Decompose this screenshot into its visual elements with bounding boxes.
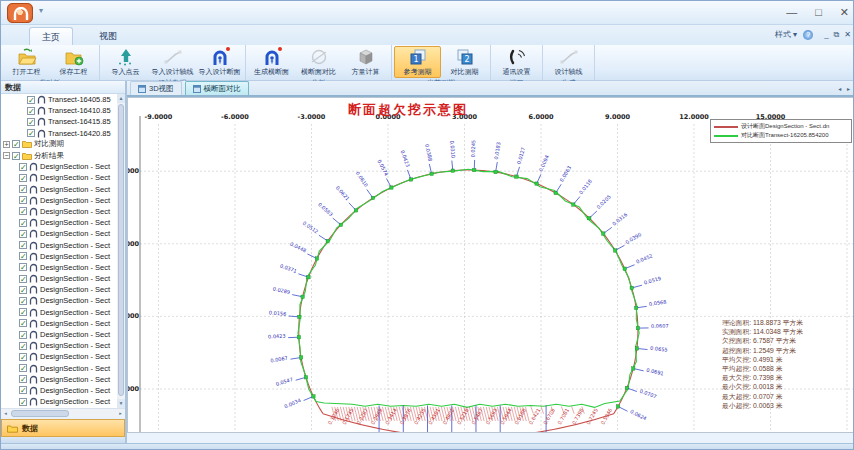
ribbon-button-导入设计断面[interactable]: 导入设计断面 [196,46,243,78]
tree-checkbox[interactable]: ✓ [19,163,27,171]
tree-checkbox[interactable]: ✓ [19,297,27,305]
tree-item-DesignSection - Sect[interactable]: ✓DesignSection - Sect [1,228,125,239]
ribbon-button-方量计算[interactable]: 方量计算 [342,46,389,78]
layer-2-icon: 2 [455,48,475,66]
svg-text:0.0423: 0.0423 [400,149,412,167]
tree-checkbox[interactable]: ✓ [19,375,27,383]
tree-checkbox[interactable]: ✓ [12,152,20,160]
quick-access-arrow-icon[interactable]: ▾ [39,6,43,15]
tree-item-分析结果[interactable]: −✓分析结果 [1,150,125,161]
tree-checkbox[interactable]: ✓ [19,207,27,215]
app-logo-icon[interactable] [7,3,33,23]
tree-checkbox[interactable]: ✓ [19,185,27,193]
tree-horizontal-scrollbar[interactable]: ◂ ▸ [1,408,125,417]
scroll-down-icon[interactable]: ▼ [117,399,125,408]
ribbon-restore-icon[interactable]: ⧉ [834,30,840,39]
tree-checkbox[interactable]: ✓ [19,219,27,227]
tree-item-DesignSection - Sect[interactable]: ✓DesignSection - Sect [1,396,125,407]
tree-vertical-scrollbar[interactable]: ▲ ▼ [117,94,125,408]
tree-item-DesignSection - Sect[interactable]: ✓DesignSection - Sect [1,307,125,318]
ribbon-button-保存工程[interactable]: 保存工程 [50,46,97,78]
tree-item-Transect-16420.85[interactable]: ✓Transect-16420.85 [1,128,125,139]
tree-checkbox[interactable]: ✓ [19,174,27,182]
ribbon-button-打开工程[interactable]: 打开工程 [3,46,50,78]
tree-item-DesignSection - Sect[interactable]: ✓DesignSection - Sect [1,318,125,329]
tree-checkbox[interactable]: ✓ [19,353,27,361]
cross-section-chart[interactable]: -9.0000-6.0000-3.00000.00003.00006.00009… [127,97,854,433]
close-button[interactable]: ✕ [840,3,849,21]
tree-item-DesignSection - Sect[interactable]: ✓DesignSection - Sect [1,351,125,362]
help-icon[interactable]: ? [803,30,813,40]
tab-home[interactable]: 主页 [29,27,73,45]
ribbon-button-生成横断面[interactable]: 生成横断面 [248,46,295,78]
tree-item-DesignSection - Sect[interactable]: ✓DesignSection - Sect [1,161,125,172]
tree-item-Transect-16415.85[interactable]: ✓Transect-16415.85 [1,116,125,127]
tree-item-label: DesignSection - Sect [40,364,110,373]
tree-item-Transect-16410.85[interactable]: ✓Transect-16410.85 [1,105,125,116]
tree-checkbox[interactable]: ✓ [27,118,35,126]
ribbon-button-设计轴线[interactable]: 设计轴线 [545,46,592,78]
tree-item-DesignSection - Sect[interactable]: ✓DesignSection - Sect [1,239,125,250]
minimize-button[interactable]: — [786,3,797,21]
tree-hscroll-thumb[interactable] [11,410,69,417]
tunnel-icon [29,352,38,361]
tree-checkbox[interactable]: ✓ [27,96,35,104]
ribbon-button-参考测期[interactable]: 1参考测期 [394,46,441,78]
ribbon-button-导入设计轴线[interactable]: 导入设计轴线 [149,46,196,78]
scroll-right-icon[interactable]: ▸ [116,409,125,418]
tree-item-DesignSection - Sect[interactable]: ✓DesignSection - Sect [1,262,125,273]
style-menu[interactable]: 样式 ▾ [775,29,797,40]
tree-item-DesignSection - Sect[interactable]: ✓DesignSection - Sect [1,184,125,195]
scroll-left-icon[interactable]: ◂ [1,409,10,418]
tree-checkbox[interactable]: ✓ [19,263,27,271]
tree-item-DesignSection - Sect[interactable]: ✓DesignSection - Sect [1,172,125,183]
ribbon-minimize-icon[interactable]: _ [824,30,828,39]
tree-item-DesignSection - Sect[interactable]: ✓DesignSection - Sect [1,374,125,385]
tree-checkbox[interactable]: ✓ [19,386,27,394]
maximize-button[interactable]: □ [815,3,822,21]
tree-item-DesignSection - Sect[interactable]: ✓DesignSection - Sect [1,251,125,262]
tree-checkbox[interactable]: ✓ [19,241,27,249]
tree-item-DesignSection - Sect[interactable]: ✓DesignSection - Sect [1,385,125,396]
tree-item-DesignSection - Sect[interactable]: ✓DesignSection - Sect [1,329,125,340]
ribbon-button-对比测期[interactable]: 2对比测期 [441,46,488,78]
tree-item-DesignSection - Sect[interactable]: ✓DesignSection - Sect [1,295,125,306]
tree-item-Transect-16405.85[interactable]: ✓Transect-16405.85 [1,94,125,105]
tab-view[interactable]: 视图 [87,27,129,45]
tree-item-对比测期[interactable]: +✓对比测期 [1,139,125,150]
tree-checkbox[interactable]: ✓ [19,331,27,339]
tree-item-DesignSection - Sect[interactable]: ✓DesignSection - Sect [1,195,125,206]
scroll-up-icon[interactable]: ▲ [117,94,125,103]
data-panel-bottom-button[interactable]: 数据 [1,419,125,437]
tree-checkbox[interactable]: ✓ [19,275,27,283]
ribbon-close-icon[interactable]: ✕ [844,30,851,39]
ribbon-button-通讯设置[interactable]: 通讯设置 [493,46,540,78]
tree-checkbox[interactable]: ✓ [12,140,20,148]
tree-item-DesignSection - Sect[interactable]: ✓DesignSection - Sect [1,206,125,217]
ribbon-button-横断面对比[interactable]: 横断面对比 [295,46,342,78]
doc-tab-3D视图[interactable]: 3D视图 [130,81,182,95]
tree-checkbox[interactable]: ✓ [27,129,35,137]
tree-item-DesignSection - Sect[interactable]: ✓DesignSection - Sect [1,284,125,295]
tree-checkbox[interactable]: ✓ [19,398,27,406]
tree-expander-icon[interactable]: + [3,141,10,148]
tree-expander-icon[interactable]: − [3,152,10,159]
tree-checkbox[interactable]: ✓ [19,308,27,316]
tree-checkbox[interactable]: ✓ [27,107,35,115]
tree-checkbox[interactable]: ✓ [19,286,27,294]
tree-item-DesignSection - Sect[interactable]: ✓DesignSection - Sect [1,273,125,284]
tree-checkbox[interactable]: ✓ [19,342,27,350]
ribbon-button-导入点云[interactable]: 导入点云 [102,46,149,78]
tree-vscroll-thumb[interactable] [118,104,124,396]
tree-checkbox[interactable]: ✓ [19,230,27,238]
doc-tab-nav-arrows[interactable]: ◂ ▸ [838,85,852,92]
tree-checkbox[interactable]: ✓ [19,364,27,372]
svg-text:0.7245: 0.7245 [585,407,599,425]
tree-checkbox[interactable]: ✓ [19,319,27,327]
doc-tab-横断面对比[interactable]: 横断面对比 [185,81,250,95]
tree-checkbox[interactable]: ✓ [19,196,27,204]
tree-item-DesignSection - Sect[interactable]: ✓DesignSection - Sect [1,340,125,351]
tree-item-DesignSection - Sect[interactable]: ✓DesignSection - Sect [1,217,125,228]
tree-item-DesignSection - Sect[interactable]: ✓DesignSection - Sect [1,363,125,374]
tree-checkbox[interactable]: ✓ [19,252,27,260]
